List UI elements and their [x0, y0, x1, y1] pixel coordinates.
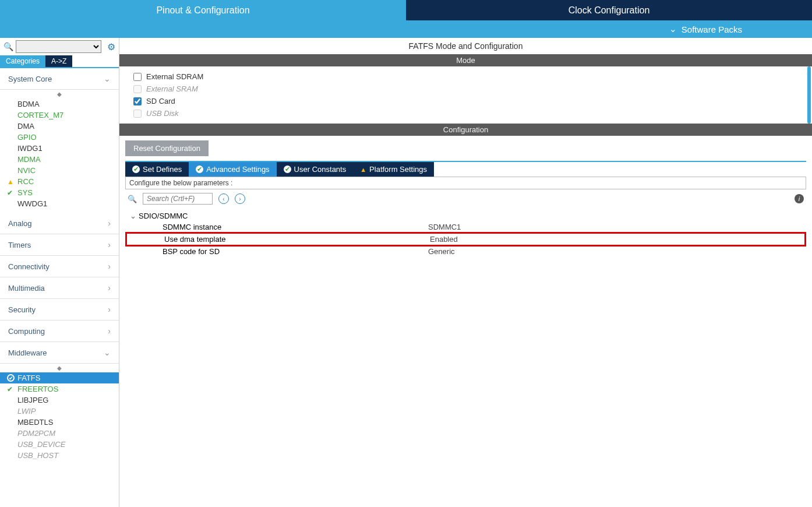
item-label: NVIC [17, 166, 36, 175]
gear-icon[interactable]: ⚙ [107, 41, 115, 52]
checkbox[interactable] [133, 73, 142, 81]
sidebar-item-libjpeg[interactable]: LIBJPEG [0, 395, 119, 406]
sidebar-item-freertos[interactable]: ✔FREERTOS [0, 383, 119, 395]
category-label: Computing [8, 327, 45, 336]
prev-result-button[interactable]: ‹ [218, 193, 229, 204]
mode-option-external-sdram[interactable]: External SDRAM [133, 72, 798, 81]
item-label: SYS [17, 188, 33, 197]
cfg-tab-set-defines[interactable]: ✔Set Defines [125, 162, 189, 177]
category-multimedia[interactable]: Multimedia› [0, 277, 119, 299]
param-hint: Configure the below parameters : [125, 177, 806, 189]
next-result-button[interactable]: › [235, 193, 245, 204]
config-section-header: Configuration [119, 124, 812, 136]
info-icon[interactable]: i [795, 194, 804, 203]
chevron-down-icon[interactable]: ⌄ [669, 24, 677, 34]
sidebar-item-rcc[interactable]: ▲RCC [0, 176, 119, 187]
reset-configuration-button[interactable]: Reset Configuration [125, 140, 209, 156]
category-label: Middleware [8, 348, 47, 357]
sidebar-item-lwip[interactable]: LWIP [0, 406, 119, 417]
software-packs-link[interactable]: Software Packs [682, 24, 742, 34]
check-icon: ✔ [196, 166, 203, 173]
view-tab-categories[interactable]: Categories [0, 55, 45, 67]
category-system-core[interactable]: System Core⌄ [0, 68, 119, 90]
param-label: BSP code for SD [125, 247, 428, 256]
item-label: DMA [17, 122, 34, 131]
param-value[interactable]: Enabled [430, 235, 458, 244]
mode-label: USB Disk [146, 109, 179, 118]
search-icon: 🔍 [3, 42, 13, 51]
sidebar-item-mdma[interactable]: MDMA [0, 154, 119, 165]
check-icon: ✔ [132, 166, 140, 173]
param-value[interactable]: Generic [428, 247, 455, 256]
updown-control[interactable]: ◆ [0, 364, 119, 372]
mode-label: External SRAM [146, 85, 198, 93]
item-label: LWIP [17, 407, 36, 416]
param-value[interactable]: SDMMC1 [428, 223, 461, 231]
mode-option-sd-card[interactable]: SD Card [133, 97, 798, 105]
warning-icon: ▲ [7, 178, 14, 186]
item-label: BDMA [17, 100, 40, 108]
cfg-tab-advanced-settings[interactable]: ✔Advanced Settings [189, 162, 276, 177]
item-label: FREERTOS [17, 385, 58, 393]
view-tab-az[interactable]: A->Z [45, 55, 72, 67]
sidebar-item-nvic[interactable]: NVIC [0, 165, 119, 176]
category-security[interactable]: Security› [0, 299, 119, 321]
chevron-right-icon: › [108, 240, 111, 249]
search-icon: 🔍 [128, 195, 137, 203]
cfg-tab-user-constants[interactable]: ✔User Constants [277, 162, 354, 177]
category-computing[interactable]: Computing› [0, 321, 119, 342]
sidebar-item-gpio[interactable]: GPIO [0, 132, 119, 143]
sidebar-item-fatfs[interactable]: ✔FATFS [0, 372, 119, 383]
sidebar-item-bdma[interactable]: BDMA [0, 98, 119, 110]
mode-section-header: Mode [119, 54, 812, 66]
sidebar-item-wwdg1[interactable]: WWDG1 [0, 198, 119, 209]
checkbox [133, 85, 142, 93]
item-label: USB_DEVICE [17, 440, 65, 449]
category-timers[interactable]: Timers› [0, 234, 119, 256]
item-label: MBEDTLS [17, 418, 53, 427]
item-label: RCC [17, 177, 34, 186]
item-label: LIBJPEG [17, 396, 48, 404]
category-analog[interactable]: Analog› [0, 213, 119, 234]
updown-control[interactable]: ◆ [0, 90, 119, 98]
category-label: System Core [8, 75, 52, 83]
sidebar-item-usb_host[interactable]: USB_HOST [0, 450, 119, 461]
sidebar-item-sys[interactable]: ✔SYS [0, 187, 119, 198]
checkbox[interactable] [133, 97, 142, 105]
chevron-right-icon: › [108, 326, 111, 336]
subbar: ⌄ Software Packs [0, 20, 812, 38]
tree-node-root[interactable]: ⌄SDIO/SDMMC [125, 212, 188, 220]
sidebar-item-pdm2pcm[interactable]: PDM2PCM [0, 428, 119, 439]
param-row[interactable]: SDMMC instanceSDMMC1 [125, 221, 806, 233]
chevron-right-icon: › [108, 305, 111, 314]
category-middleware[interactable]: Middleware⌄ [0, 342, 119, 364]
check-icon: ✔ [284, 166, 291, 173]
chevron-right-icon: › [108, 262, 111, 271]
sidebar-item-dma[interactable]: DMA [0, 121, 119, 132]
tab-label: User Constants [294, 165, 347, 174]
item-label: IWDG1 [17, 144, 43, 153]
param-label: Use dma template [127, 235, 430, 244]
tab-clock[interactable]: Clock Configuration [406, 0, 812, 20]
mode-label: External SDRAM [146, 72, 203, 81]
item-label: USB_HOST [17, 451, 58, 460]
mode-option-usb-disk: USB Disk [133, 109, 798, 118]
category-label: Timers [8, 241, 31, 249]
sidebar-item-mbedtls[interactable]: MBEDTLS [0, 417, 119, 428]
sidebar-item-usb_device[interactable]: USB_DEVICE [0, 439, 119, 450]
sidebar-search-select[interactable] [16, 40, 101, 53]
check-icon: ✔ [7, 374, 15, 382]
param-row[interactable]: Use dma templateEnabled [125, 232, 806, 247]
cfg-tab-platform-settings[interactable]: ▲Platform Settings [353, 162, 434, 177]
sidebar-item-cortex_m7[interactable]: CORTEX_M7 [0, 110, 119, 121]
sidebar-item-iwdg1[interactable]: IWDG1 [0, 143, 119, 154]
tab-pinout[interactable]: Pinout & Configuration [0, 0, 406, 20]
item-label: PDM2PCM [17, 429, 55, 438]
param-row[interactable]: BSP code for SDGeneric [125, 246, 806, 257]
category-connectivity[interactable]: Connectivity› [0, 256, 119, 277]
warning-icon: ▲ [360, 166, 366, 173]
chevron-down-icon: ⌄ [104, 74, 111, 83]
tab-label: Platform Settings [369, 165, 427, 174]
mode-scrollbar[interactable] [807, 66, 811, 124]
param-search-input[interactable] [143, 193, 213, 205]
